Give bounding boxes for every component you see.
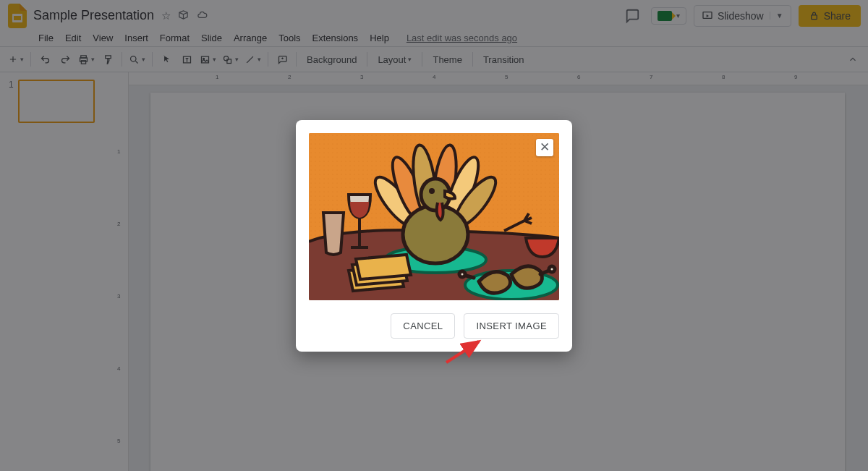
insert-image-button[interactable]: INSERT IMAGE (464, 313, 559, 339)
cancel-button[interactable]: CANCEL (391, 313, 455, 339)
close-button[interactable]: ✕ (536, 139, 553, 156)
modal-scrim[interactable]: ✕ (0, 0, 868, 471)
annotation-arrow-icon (443, 337, 486, 366)
svg-point-24 (403, 205, 468, 263)
close-icon: ✕ (540, 140, 550, 155)
image-preview (309, 133, 559, 300)
svg-point-28 (459, 271, 465, 277)
insert-image-dialog: ✕ (296, 120, 572, 352)
svg-point-26 (429, 188, 435, 194)
svg-point-29 (549, 266, 555, 272)
